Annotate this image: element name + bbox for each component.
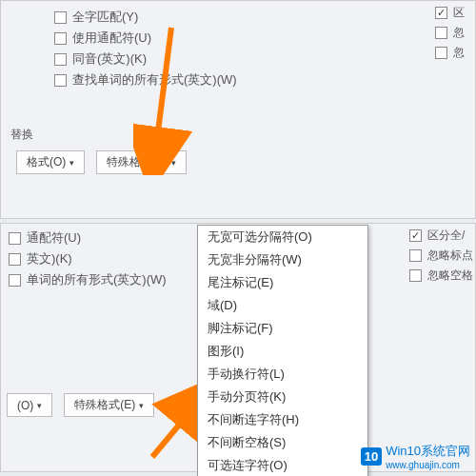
special-format-button[interactable]: 特殊格式(E) ▾ [96, 150, 187, 174]
checkbox-icon [435, 47, 447, 59]
option-label: 忽略标点 [427, 248, 473, 264]
menu-item[interactable]: 域(D) [198, 294, 367, 317]
checkbox-icon [54, 74, 67, 87]
replace-section-label: 替换 [10, 127, 469, 143]
checkbox-icon [9, 232, 21, 245]
find-replace-panel-top: 全字匹配(Y) 使用通配符(U) 同音(英文)(K) 查找单词的所有形式(英文)… [0, 0, 476, 219]
menu-item[interactable]: 不间断空格(S) [198, 431, 367, 454]
option-label: 查找单词的所有形式(英文)(W) [72, 71, 237, 89]
option-label: 区分全/ [427, 228, 465, 244]
option-right-1[interactable]: 区 [435, 5, 473, 21]
checkbox-icon [9, 253, 21, 266]
watermark-text: Win10系统官网 [386, 443, 470, 460]
menu-item[interactable]: 图形(I) [198, 340, 367, 363]
button-row-top: 格式(O) ▾ 特殊格式(E) ▾ [7, 150, 469, 174]
option-label: 同音(英文)(K) [72, 50, 147, 68]
watermark-badge: 10 [361, 447, 382, 466]
option-label: 使用通配符(U) [72, 30, 151, 47]
checkbox-icon [409, 269, 422, 282]
button-label: (O) [17, 399, 33, 412]
option-label: 英文)(K) [27, 250, 72, 268]
menu-item[interactable]: 不间断连字符(H) [198, 408, 367, 431]
chevron-down-icon: ▾ [171, 158, 176, 168]
menu-item[interactable]: 手动换行符(L) [198, 363, 367, 386]
menu-item[interactable]: 无宽可选分隔符(O) [198, 226, 367, 248]
option-label: 单词的所有形式(英文)(W) [27, 271, 167, 288]
right-options-bottom: 区分全/ 忽略标点 忽略空格 [409, 228, 473, 288]
option-label: 忽略空格 [427, 268, 473, 284]
checkbox-icon [409, 249, 422, 262]
watermark: 10 Win10系统官网 www.ghuajin.com [361, 443, 470, 470]
option-label: 区 [453, 5, 465, 21]
option-fullhalf[interactable]: 区分全/ [409, 228, 473, 244]
checkbox-icon [409, 229, 422, 242]
checkbox-icon [9, 274, 21, 287]
right-options-top: 区 忽 忽 [435, 5, 473, 65]
format-button[interactable]: 格式(O) ▾ [16, 150, 85, 174]
option-label: 通配符(U) [27, 229, 81, 247]
menu-item[interactable]: 脚注标记(F) [198, 317, 367, 340]
option-ignore-punct[interactable]: 忽略标点 [409, 248, 473, 264]
checkbox-icon [435, 27, 447, 39]
watermark-url: www.ghuajin.com [386, 460, 470, 470]
option-label: 忽 [453, 45, 465, 61]
button-label: 特殊格式(E) [74, 397, 135, 413]
menu-item[interactable]: 尾注标记(E) [198, 271, 367, 294]
button-label: 格式(O) [27, 154, 66, 170]
option-ignore-space[interactable]: 忽略空格 [409, 268, 473, 284]
menu-item-page-break[interactable]: 手动分页符(K) [198, 386, 367, 408]
chevron-down-icon: ▾ [37, 401, 42, 410]
special-format-button-b[interactable]: 特殊格式(E) ▾ [64, 393, 154, 417]
button-label: 特殊格式(E) [107, 154, 168, 170]
checkbox-icon [54, 11, 67, 24]
checkbox-icon [54, 32, 67, 45]
menu-item[interactable]: 可选连字符(O) [198, 454, 367, 476]
menu-item[interactable]: 无宽非分隔符(W) [198, 248, 367, 271]
chevron-down-icon: ▾ [69, 158, 74, 168]
option-label: 全字匹配(Y) [72, 9, 138, 26]
option-sounds-like[interactable]: 同音(英文)(K) [54, 50, 469, 68]
option-wildcards[interactable]: 使用通配符(U) [54, 30, 469, 47]
search-options: 全字匹配(Y) 使用通配符(U) 同音(英文)(K) 查找单词的所有形式(英文)… [7, 7, 469, 89]
option-right-3[interactable]: 忽 [435, 45, 473, 61]
checkbox-icon [435, 7, 447, 19]
special-format-menu: 无宽可选分隔符(O) 无宽非分隔符(W) 尾注标记(E) 域(D) 脚注标记(F… [197, 225, 368, 476]
option-word-forms[interactable]: 查找单词的所有形式(英文)(W) [54, 71, 469, 89]
option-label: 忽 [453, 25, 465, 41]
checkbox-icon [54, 53, 67, 66]
format-button-b[interactable]: (O) ▾ [7, 393, 52, 417]
option-whole-word[interactable]: 全字匹配(Y) [54, 9, 469, 26]
option-right-2[interactable]: 忽 [435, 25, 473, 41]
chevron-down-icon: ▾ [139, 401, 144, 410]
